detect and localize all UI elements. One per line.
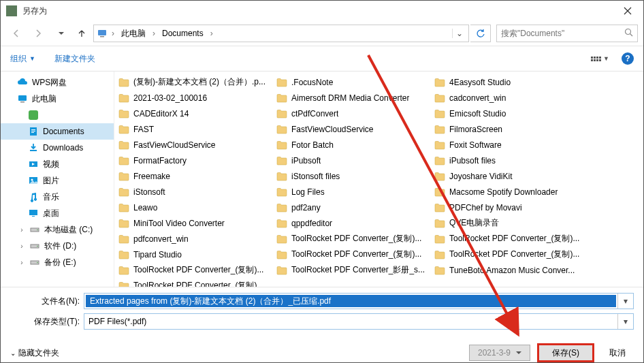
- list-item[interactable]: ctPdfConvert: [272, 106, 430, 121]
- sidebar-item-label: 视频: [43, 159, 59, 170]
- list-item[interactable]: Leawo: [114, 200, 272, 215]
- cancel-button[interactable]: 取消: [601, 345, 634, 361]
- monitor-icon: [17, 93, 28, 104]
- hide-folders-button[interactable]: ⌄ 隐藏文件夹: [10, 347, 59, 359]
- breadcrumb-seg-documents[interactable]: Documents: [159, 29, 206, 38]
- list-item[interactable]: qppdfeditor: [272, 215, 430, 231]
- sidebar-item-5[interactable]: 视频: [1, 156, 114, 172]
- svg-rect-12: [31, 132, 34, 133]
- list-item[interactable]: Macsome Spotify Downloader: [430, 184, 588, 200]
- list-item-label: TuneBoto Amazon Music Conver...: [449, 266, 575, 275]
- svg-rect-3: [100, 36, 104, 37]
- green-app-icon: [28, 110, 39, 121]
- list-item-label: iStonsoft files: [291, 172, 340, 181]
- address-dropdown[interactable]: ⌄: [452, 29, 466, 38]
- up-button[interactable]: [71, 24, 92, 43]
- view-mode-button[interactable]: ▼: [591, 55, 609, 62]
- new-folder-button[interactable]: 新建文件夹: [54, 53, 95, 65]
- list-item[interactable]: ToolRocket PDF Converter_(复制)...: [114, 262, 272, 278]
- sidebar-item-8[interactable]: 桌面: [1, 205, 114, 221]
- list-item-label: pdf2any: [291, 203, 321, 212]
- sidebar-item-label: 音乐: [43, 191, 59, 203]
- date-button[interactable]: 2021-3-9: [469, 345, 530, 361]
- sidebar-item-7[interactable]: 音乐: [1, 189, 114, 205]
- file-list[interactable]: (复制)-新建文本文档 (2)（合并）.p...2021-03-02_10001…: [114, 72, 643, 287]
- toolbar: 组织 ▼ 新建文件夹 ▼ ?: [1, 46, 643, 72]
- list-item[interactable]: Freemake: [114, 168, 272, 184]
- list-item[interactable]: (复制)-新建文本文档 (2)（合并）.p...: [114, 74, 272, 90]
- list-item-label: Tipard Studio: [133, 250, 182, 259]
- svg-rect-16: [29, 210, 37, 215]
- filetype-field[interactable]: PDF Files(*.pdf): [84, 313, 634, 330]
- list-item[interactable]: Foxit Software: [430, 137, 588, 153]
- sidebar-item-1[interactable]: 此电脑: [1, 91, 114, 107]
- list-item[interactable]: FAST: [114, 121, 272, 137]
- list-item[interactable]: Joyoshare VidiKit: [430, 168, 588, 184]
- search-box[interactable]: [496, 25, 638, 42]
- list-item[interactable]: ToolRocket PDF Converter_(复制)...: [272, 231, 430, 247]
- list-item[interactable]: FastViewCloudService: [272, 121, 430, 137]
- list-item[interactable]: FormatFactory: [114, 153, 272, 168]
- list-item[interactable]: FilmoraScreen: [430, 121, 588, 137]
- sidebar-item-3[interactable]: Documents: [1, 123, 114, 140]
- arrow-right-icon: [33, 29, 43, 38]
- list-item[interactable]: Aimersoft DRM Media Converter: [272, 90, 430, 106]
- list-item[interactable]: FastViewCloudService: [114, 137, 272, 153]
- list-item[interactable]: TuneBoto Amazon Music Conver...: [430, 262, 588, 278]
- breadcrumb[interactable]: › 此电脑 › Documents › ⌄: [93, 25, 469, 42]
- forward-button[interactable]: [28, 24, 48, 43]
- list-item[interactable]: ToolRocket PDF Converter_影册_s...: [272, 262, 430, 278]
- help-button[interactable]: ?: [622, 52, 634, 65]
- list-item[interactable]: PDFChef by Movavi: [430, 200, 588, 215]
- close-button[interactable]: [612, 1, 643, 21]
- list-item[interactable]: iStonsoft files: [272, 168, 430, 184]
- list-item-label: CADEditorX 14: [133, 109, 189, 119]
- sidebar-item-9[interactable]: ›本地磁盘 (C:): [1, 221, 114, 238]
- breadcrumb-seg-pc[interactable]: 此电脑: [118, 28, 148, 40]
- list-item[interactable]: cadconvert_win: [430, 90, 588, 106]
- list-item[interactable]: MiniTool Video Converter: [114, 215, 272, 231]
- action-bar: ⌄ 隐藏文件夹 2021-3-9 保存(S) 取消: [1, 341, 643, 362]
- sidebar-item-4[interactable]: Downloads: [1, 140, 114, 156]
- sidebar-item-11[interactable]: ›备份 (E:): [1, 254, 114, 270]
- list-item[interactable]: iStonsoft: [114, 184, 272, 200]
- list-item[interactable]: iPubsoft: [272, 153, 430, 168]
- list-item[interactable]: 4Easysoft Studio: [430, 74, 588, 90]
- sidebar-item-0[interactable]: WPS网盘: [1, 74, 114, 91]
- save-button[interactable]: 保存(S): [538, 345, 593, 361]
- sidebar-item-label: 备份 (E:): [44, 257, 76, 268]
- list-item[interactable]: Tipard Studio: [114, 247, 272, 262]
- sidebar-item-6[interactable]: 图片: [1, 172, 114, 189]
- list-item[interactable]: Emicsoft Studio: [430, 106, 588, 121]
- list-item[interactable]: pdf2any: [272, 200, 430, 215]
- list-item[interactable]: ToolRocket PDF Converter_(复制)...: [430, 247, 588, 262]
- sidebar-item-2[interactable]: [1, 107, 114, 123]
- list-item[interactable]: ToolRocket PDF Converter_(复制)...: [272, 247, 430, 262]
- list-item[interactable]: ToolRocket PDF Converter_(复制)...: [430, 231, 588, 247]
- list-item-label: Foxit Software: [449, 140, 502, 150]
- refresh-button[interactable]: [470, 25, 491, 42]
- search-input[interactable]: [501, 29, 624, 38]
- svg-rect-7: [20, 101, 25, 103]
- svg-rect-2: [98, 30, 106, 35]
- list-item[interactable]: 2021-03-02_100016: [114, 90, 272, 106]
- list-item[interactable]: pdfconvert_win: [114, 231, 272, 247]
- chevron-right-icon: ›: [109, 29, 117, 38]
- list-item[interactable]: Log Files: [272, 184, 430, 200]
- list-item[interactable]: QVE电脑录音: [430, 215, 588, 231]
- list-item[interactable]: iPubsoft files: [430, 153, 588, 168]
- sidebar-item-10[interactable]: ›软件 (D:): [1, 238, 114, 254]
- back-button[interactable]: [6, 24, 27, 43]
- list-item[interactable]: ToolRocket PDF Converter_(复制)...: [114, 278, 272, 287]
- sidebar-item-label: 图片: [43, 175, 59, 187]
- list-item[interactable]: CADEditorX 14: [114, 106, 272, 121]
- sidebar-item-label: 此电脑: [32, 93, 57, 105]
- list-item[interactable]: Fotor Batch: [272, 137, 430, 153]
- app-icon: [6, 5, 17, 16]
- list-item-label: ToolRocket PDF Converter_影册_s...: [291, 264, 425, 276]
- recent-locations-button[interactable]: [50, 24, 70, 43]
- filename-value[interactable]: Extracted pages from (复制)-新建文本文档 (2)（合并）…: [86, 295, 616, 307]
- filename-field[interactable]: Extracted pages from (复制)-新建文本文档 (2)（合并）…: [84, 293, 634, 309]
- organize-button[interactable]: 组织 ▼: [10, 53, 35, 65]
- list-item[interactable]: .FocusNote: [272, 74, 430, 90]
